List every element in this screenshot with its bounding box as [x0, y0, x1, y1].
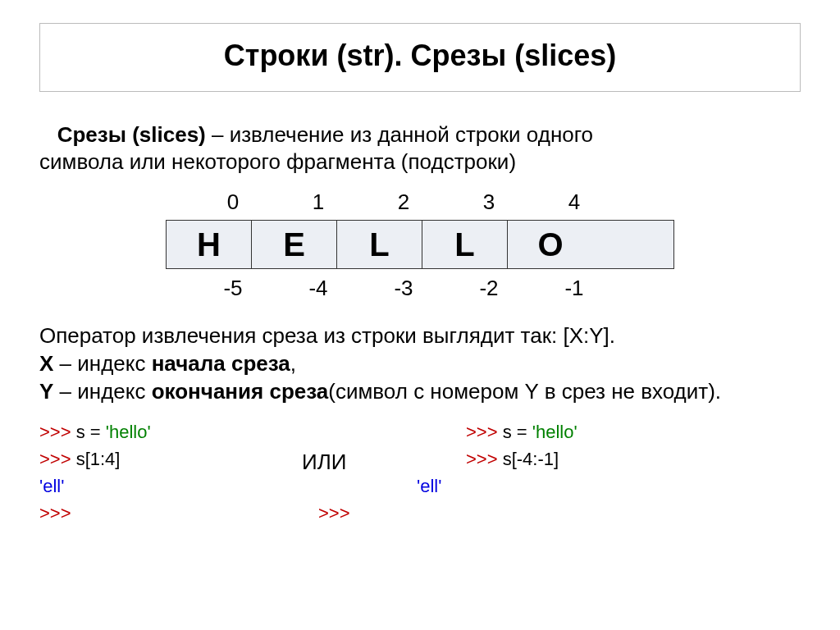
code-examples: >>> s = 'hello' >>> s[1:4] 'ell' >>> ИЛИ… [39, 418, 801, 527]
code-line-4: >>> [39, 500, 302, 527]
char-3: L [422, 221, 508, 268]
y-dash: – индекс [53, 379, 151, 404]
slice-pos: s[1:4] [76, 449, 121, 469]
page-title: Строки (str). Срезы (slices) [48, 39, 792, 73]
pos-idx-2: 2 [361, 189, 446, 215]
hello-2: 'hello' [532, 422, 578, 442]
code-line-2: >>> s[1:4] [39, 445, 302, 472]
or-word: ИЛИ [302, 450, 346, 474]
intro-text-2: символа или некоторого фрагмента (подстр… [39, 149, 516, 174]
code-line-5: >>> s = 'hello' [466, 418, 728, 445]
x-label: X [39, 351, 53, 376]
neg-idx-1: -4 [276, 276, 361, 301]
char-0: H [167, 221, 252, 268]
hello-1: 'hello' [106, 422, 151, 442]
explain-paragraph: Оператор извлечения среза из строки выгл… [39, 322, 801, 405]
code-line-1: >>> s = 'hello' [39, 418, 302, 445]
code-line-7: 'ell' [417, 472, 728, 500]
intro-text-1: – извлечение из данной строки одного [206, 122, 593, 147]
intro-paragraph: Срезы (slices) – извлечение из данной ст… [39, 121, 801, 175]
neg-idx-0: -5 [190, 276, 276, 301]
neg-idx-3: -2 [446, 276, 532, 301]
code-line-8: >>> [318, 500, 728, 527]
title-box: Строки (str). Срезы (slices) [39, 23, 801, 92]
x-comma: , [290, 351, 296, 376]
x-bold: начала среза [152, 351, 290, 376]
char-2: L [337, 221, 422, 268]
neg-idx-4: -1 [532, 276, 617, 301]
prompt-3: >>> [39, 503, 71, 523]
negative-index-row: -5 -4 -3 -2 -1 [166, 276, 674, 301]
neg-idx-2: -3 [361, 276, 446, 301]
pos-idx-0: 0 [190, 189, 276, 215]
index-diagram: 0 1 2 3 4 H E L L O -5 -4 -3 -2 -1 [166, 189, 674, 301]
code-col-right: >>> s = 'hello' >>> s[-4:-1] 'ell' >>> [466, 418, 728, 527]
pos-idx-4: 4 [532, 189, 617, 215]
pos-idx-1: 1 [276, 189, 361, 215]
code-col-left: >>> s = 'hello' >>> s[1:4] 'ell' >>> [39, 418, 302, 527]
code-line-6: >>> s[-4:-1] [466, 445, 728, 472]
prompt-6: >>> [318, 503, 350, 523]
result-2: 'ell' [417, 476, 441, 496]
y-label: Y [39, 379, 53, 404]
x-dash: – индекс [53, 351, 151, 376]
prompt-2: >>> [39, 449, 76, 469]
pos-idx-3: 3 [446, 189, 532, 215]
assign-2: s = [503, 422, 532, 442]
positive-index-row: 0 1 2 3 4 [166, 189, 674, 215]
char-4: O [508, 221, 593, 268]
assign-1: s = [76, 422, 106, 442]
y-rest: (символ с номером Y в срез не входит). [328, 379, 721, 404]
slice-neg: s[-4:-1] [503, 449, 559, 469]
code-line-3: 'ell' [39, 472, 302, 500]
y-bold: окончания среза [152, 379, 329, 404]
char-1: E [252, 221, 337, 268]
prompt-4: >>> [466, 422, 503, 442]
prompt-5: >>> [466, 449, 503, 469]
prompt-1: >>> [39, 422, 76, 442]
result-1: 'ell' [39, 476, 64, 496]
explain-line1: Оператор извлечения среза из строки выгл… [39, 323, 615, 348]
char-row: H E L L O [166, 220, 674, 269]
term-slices: Срезы (slices) [57, 122, 206, 147]
